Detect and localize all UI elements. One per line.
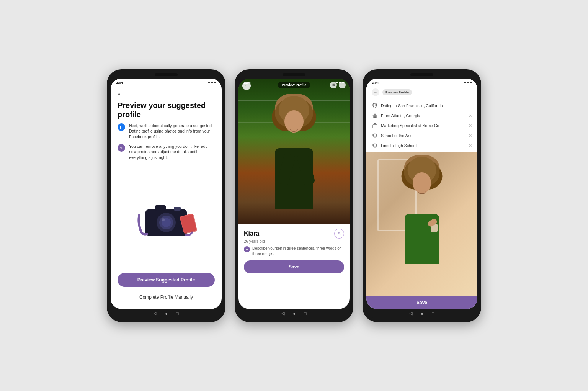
- phone-1-bottom-bar: ◁ ● □: [111, 309, 222, 318]
- pencil-icon: ✎: [118, 144, 125, 152]
- detail-row-hometown: From Atlanta, Georgia ✕: [366, 111, 477, 121]
- detail-row-work: Marketing Specialist at Some Co ✕: [366, 121, 477, 131]
- home-nav-icon-3[interactable]: ●: [421, 311, 423, 316]
- recents-nav-icon[interactable]: □: [176, 311, 179, 316]
- save-button-3[interactable]: Save: [366, 296, 477, 309]
- facebook-icon: f: [118, 123, 125, 131]
- location-icon: [372, 103, 378, 108]
- phone-2-screen: 2:04: [238, 79, 350, 309]
- back-button-3[interactable]: ←: [372, 88, 379, 96]
- back-button-2[interactable]: ←: [242, 82, 251, 90]
- detail-row-location: Dating in San Francisco, California: [366, 101, 477, 111]
- remove-school2-button[interactable]: ✕: [469, 143, 472, 148]
- phone-1-status-bar: 2:04: [111, 79, 222, 85]
- detail-left-school2: Lincoln High School: [372, 143, 416, 148]
- close-button[interactable]: ×: [118, 91, 215, 97]
- recents-nav-icon-2[interactable]: □: [304, 311, 307, 316]
- location-label: Dating in San Francisco, California: [381, 103, 443, 108]
- phone-2: 2:04: [235, 69, 353, 322]
- add-description-icon: +: [244, 246, 250, 252]
- complete-profile-manually-button[interactable]: Complete Profile Manually: [118, 291, 215, 304]
- photo-settings-icon[interactable]: ⊞: [330, 82, 337, 88]
- signal-icon-3: [464, 82, 466, 83]
- work-icon: [372, 123, 378, 128]
- detail-left-work: Marketing Specialist at Some Co: [372, 123, 439, 128]
- svg-rect-6: [155, 205, 166, 211]
- wifi-icon-3: [467, 82, 469, 83]
- preview-profile-badge-2: Preview Profile: [278, 82, 310, 88]
- info-text-pencil: You can remove anything you don't like, …: [129, 144, 215, 160]
- svg-rect-14: [373, 125, 377, 128]
- photo-dots-icon[interactable]: ⋯: [339, 82, 346, 88]
- remove-work-button[interactable]: ✕: [469, 123, 472, 128]
- profile-name: Kiara: [244, 230, 259, 237]
- phone-1-screen: 2:04 × Preview your suggested profile f …: [111, 79, 222, 309]
- phone-3-screen: 2:04 ← Preview Profile: [366, 79, 477, 309]
- profile-detail-list: Dating in San Francisco, California From…: [366, 99, 477, 152]
- phones-container: 2:04 × Preview your suggested profile f …: [99, 62, 489, 330]
- home-nav-icon[interactable]: ●: [165, 311, 168, 316]
- school-icon-1: [372, 133, 378, 138]
- phone-1-content: × Preview your suggested profile f Next,…: [111, 85, 222, 309]
- face-3: [413, 172, 431, 193]
- describe-placeholder: Describe yourself in three sentences, th…: [252, 246, 344, 257]
- profile-photo-simulation: [238, 79, 350, 224]
- phone-3-status-bar: 2:04: [366, 79, 477, 85]
- phone-3-header: ← Preview Profile: [366, 85, 477, 99]
- home-nav-icon-2[interactable]: ●: [293, 311, 296, 316]
- wifi-icon: [211, 82, 213, 83]
- svg-text:f: f: [120, 125, 121, 129]
- work-label: Marketing Specialist at Some Co: [381, 123, 439, 128]
- back-nav-icon-2[interactable]: ◁: [281, 311, 284, 316]
- phone-1-notch: [155, 73, 178, 76]
- profile-name-row: Kiara ✎: [244, 229, 344, 239]
- phone-3-time: 2:04: [372, 81, 379, 85]
- profile-info-panel: Kiara ✎ 26 years old + Describe yourself…: [238, 224, 350, 278]
- info-text-facebook: Next, we'll automatically generate a sug…: [129, 123, 215, 140]
- info-item-pencil: ✎ You can remove anything you don't like…: [118, 144, 215, 160]
- svg-point-10: [162, 218, 165, 221]
- phone-2-notch: [283, 73, 305, 76]
- preview-title: Preview your suggested profile: [118, 101, 215, 119]
- preview-suggested-profile-button[interactable]: Preview Suggested Profile: [118, 273, 215, 287]
- detail-left-school1: School of the Arts: [372, 133, 412, 138]
- profile-photo-area-3: [366, 152, 477, 296]
- phone-3-bottom-bar: ◁ ● □: [366, 309, 477, 318]
- save-button-2[interactable]: Save: [244, 260, 344, 273]
- info-item-facebook: f Next, we'll automatically generate a s…: [118, 123, 215, 140]
- recents-nav-icon-3[interactable]: □: [432, 311, 434, 316]
- hometown-label: From Atlanta, Georgia: [381, 113, 420, 118]
- camera-illustration: [118, 164, 215, 269]
- school1-label: School of the Arts: [381, 133, 412, 138]
- phone-3-status-icons: [464, 82, 472, 83]
- edit-profile-button[interactable]: ✎: [334, 229, 344, 239]
- phone-1: 2:04 × Preview your suggested profile f …: [107, 69, 225, 322]
- detail-left-location: Dating in San Francisco, California: [372, 103, 443, 108]
- back-nav-icon[interactable]: ◁: [154, 311, 157, 316]
- svg-text:✎: ✎: [120, 146, 123, 150]
- phone-3: 2:04 ← Preview Profile: [363, 69, 481, 322]
- school-icon-2: [372, 143, 378, 148]
- describe-row: + Describe yourself in three sentences, …: [244, 246, 344, 257]
- phone-2-bottom-bar: ◁ ● □: [238, 309, 350, 318]
- preview-profile-badge-3: Preview Profile: [382, 89, 412, 95]
- remove-school1-button[interactable]: ✕: [469, 133, 472, 138]
- detail-left-hometown: From Atlanta, Georgia: [372, 113, 420, 118]
- back-nav-icon-3[interactable]: ◁: [409, 311, 412, 316]
- school2-label: Lincoln High School: [381, 143, 416, 148]
- phone-1-status-icons: [208, 82, 216, 83]
- svg-rect-13: [374, 116, 376, 118]
- phone-3-notch: [410, 73, 433, 76]
- detail-row-school1: School of the Arts ✕: [366, 131, 477, 141]
- battery-icon-3: [470, 82, 472, 83]
- svg-rect-9: [174, 207, 181, 211]
- signal-icon: [208, 82, 210, 83]
- remove-hometown-button[interactable]: ✕: [469, 113, 472, 118]
- phone-1-time: 2:04: [116, 81, 123, 85]
- battery-icon: [214, 82, 216, 83]
- back-arrow-icon: ←: [245, 83, 248, 88]
- profile-photo-area: ← Preview Profile ⊞ ⋯: [238, 79, 350, 224]
- profile-age: 26 years old: [244, 239, 344, 244]
- svg-point-11: [374, 104, 376, 106]
- home-icon: [372, 113, 378, 118]
